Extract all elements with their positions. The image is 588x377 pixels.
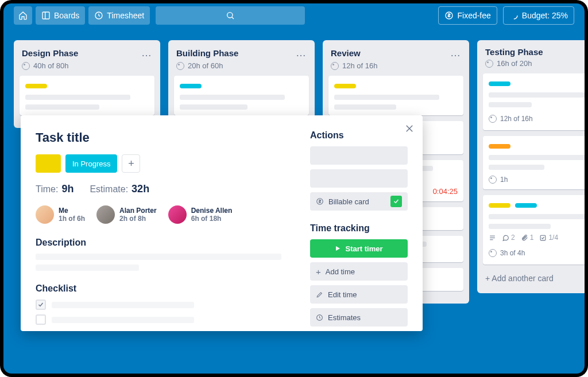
attachment-icon: [521, 234, 528, 242]
card-label: [489, 203, 510, 208]
checklist-item[interactable]: [36, 314, 294, 325]
gauge-icon: [22, 62, 30, 70]
svg-point-3: [227, 13, 233, 18]
card[interactable]: 1h: [483, 136, 585, 189]
card-time: 3h of 4h: [500, 249, 525, 257]
column-menu[interactable]: …: [141, 47, 152, 59]
card-label: [25, 84, 47, 88]
timesheet-button[interactable]: Timesheet: [88, 6, 150, 25]
dollar-icon: [444, 11, 454, 20]
card[interactable]: [174, 76, 309, 115]
close-icon: [404, 123, 415, 134]
card-label: [180, 84, 202, 88]
action-button[interactable]: [310, 146, 408, 165]
task-color-tag[interactable]: [36, 154, 61, 173]
budget-button[interactable]: Budget: 25%: [503, 6, 574, 25]
card-detail-modal: Task title In Progress + Time: 9h Estima…: [21, 115, 423, 331]
column-menu[interactable]: …: [296, 47, 307, 59]
task-status-tag[interactable]: In Progress: [65, 154, 117, 173]
action-button[interactable]: [310, 169, 408, 188]
column-hours: 16h of 20h: [497, 59, 532, 68]
actions-heading: Actions: [310, 130, 408, 141]
avatar: [96, 205, 115, 224]
plus-icon: +: [316, 267, 321, 277]
boards-label: Boards: [54, 11, 79, 20]
assignee[interactable]: Denise Allen 6h of 18h: [168, 205, 233, 224]
gauge-icon: [176, 62, 184, 70]
card-label: [334, 84, 356, 88]
svg-point-6: [510, 12, 517, 19]
boards-button[interactable]: Boards: [36, 6, 85, 25]
gauge-icon: [489, 115, 497, 123]
card[interactable]: [20, 76, 154, 115]
column-title: Design Phase: [22, 48, 78, 58]
dollar-icon: [316, 197, 324, 205]
svg-line-4: [232, 17, 234, 19]
estimate-label: Estimate:: [90, 184, 128, 195]
description-icon: [489, 234, 496, 242]
gauge-icon: [331, 62, 339, 70]
assignee[interactable]: Alan Porter 2h of 8h: [96, 205, 157, 224]
column-title: Review: [331, 48, 361, 58]
timetracking-heading: Time tracking: [310, 223, 408, 234]
checklist-heading: Checklist: [36, 283, 294, 294]
running-timer: 0:04:25: [433, 187, 458, 196]
edit-time-button[interactable]: Edit time: [310, 285, 408, 304]
billable-card-toggle[interactable]: Billable card: [310, 192, 408, 211]
gauge-icon: [485, 60, 493, 68]
description-heading: Description: [36, 238, 294, 248]
time-value: 9h: [61, 183, 74, 195]
avatar: [168, 205, 187, 224]
start-timer-button[interactable]: Start timer: [310, 239, 408, 258]
checkbox-unchecked[interactable]: [36, 314, 46, 325]
search-icon: [226, 11, 235, 20]
add-card-button[interactable]: + Add another card: [483, 270, 585, 286]
clock-icon: [316, 314, 323, 321]
checklist-item[interactable]: [36, 300, 294, 310]
budget-icon: [509, 11, 519, 20]
column-hours: 12h of 16h: [342, 61, 377, 70]
column-hours: 40h of 80h: [33, 61, 68, 70]
card-label: [489, 144, 510, 149]
close-button[interactable]: [404, 123, 415, 137]
description-body[interactable]: [36, 254, 294, 271]
comment-icon: [502, 234, 509, 242]
add-tag-button[interactable]: +: [122, 154, 140, 173]
topbar: Boards Timesheet Fixed-fee Budget: 25%: [3, 3, 585, 28]
search-input[interactable]: [156, 6, 305, 25]
svg-rect-10: [541, 235, 546, 240]
gauge-icon: [489, 176, 497, 184]
billable-checked-icon: [390, 196, 402, 207]
column-menu[interactable]: …: [450, 47, 461, 59]
column-title: Building Phase: [176, 48, 238, 58]
pencil-icon: [316, 291, 323, 298]
budget-label: Budget: 25%: [522, 11, 568, 20]
fixed-fee-label: Fixed-fee: [457, 11, 490, 20]
checkbox-checked[interactable]: [36, 300, 46, 310]
card-time: 1h: [500, 176, 508, 184]
add-time-button[interactable]: + Add time: [310, 262, 408, 281]
home-button[interactable]: [14, 6, 32, 25]
task-title: Task title: [36, 130, 294, 145]
card[interactable]: [328, 76, 463, 115]
timesheet-label: Timesheet: [107, 11, 144, 20]
card-label: [489, 81, 510, 86]
time-label: Time:: [36, 184, 58, 195]
play-icon: [335, 246, 341, 251]
card[interactable]: 12h of 16h: [483, 73, 585, 130]
estimate-value: 32h: [131, 183, 149, 195]
card[interactable]: 2 1 1/4 3h of 4h: [483, 195, 585, 265]
gauge-icon: [489, 249, 497, 257]
clock-icon: [94, 11, 103, 20]
column-title: Testing Phase: [485, 47, 543, 57]
fixed-fee-button[interactable]: Fixed-fee: [438, 6, 497, 25]
estimates-button[interactable]: Estimates: [310, 308, 408, 327]
boards-icon: [41, 11, 51, 20]
column-hours: 20h of 60h: [188, 61, 223, 70]
svg-rect-0: [42, 12, 49, 19]
column-testing: Testing Phase 16h of 20h 12h of 16h: [477, 40, 585, 293]
home-icon: [18, 11, 28, 20]
checklist-icon: [539, 234, 547, 242]
card-label: [515, 203, 537, 208]
assignee[interactable]: Me 1h of 6h: [36, 205, 85, 224]
